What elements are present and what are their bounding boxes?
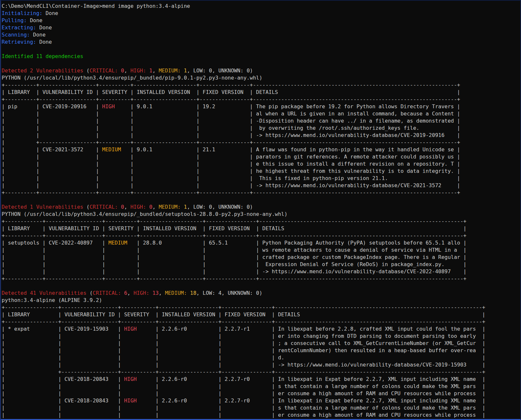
blank-line [2,282,520,290]
blank-line [2,196,520,203]
scan-target-line: PYTHON (/usr/local/lib/python3.4/ensurep… [2,211,520,218]
table-row-line: | | | | | | al when a URL is given in an… [2,110,520,117]
command-line: C:\Demo\MendCLI\Container-Image>mend ima… [2,3,520,10]
vulnerability-summary-line: Detected 2 Vulnerabilities (CRITICAL: 0,… [2,67,520,74]
table-header-row: | LIBRARY | VULNERABILITY ID | SEVERITY … [2,225,520,232]
table-row-line: | pip | CVE-2019-20916 | HIGH | 9.0.1 | … [2,103,520,110]
vulnerability-summary-line: Detected 1 Vulnerabilities (CRITICAL: 0,… [2,203,520,211]
scan-target-line: python:3.4-alpine (ALPINE 3.9.2) [2,297,520,304]
table-row-line: | | | | | | -> https://www.mend.io/vulne… [2,132,520,139]
table-header-row: | LIBRARY | VULNERABILITY ID | SEVERITY … [2,89,520,96]
table-row-separator: | +------------------+-----------+------… [2,368,520,376]
table-row-line: | | | | | | by overwriting the /root/.ss… [2,125,520,132]
table-row-line: | | | | | | -> https://www.mend.io/vulne… [2,182,520,189]
table-row-line: | | | | | | rentColumnNumber) then resul… [2,347,520,354]
status-line: Extracting: Done [2,24,520,31]
table-border: +----------+------------------+---------… [2,96,520,103]
table-border: +------------+------------------+-------… [2,218,520,225]
table-border: +----------+------------------+---------… [2,189,520,196]
table-row-line: | | CVE-2018-20843 | HIGH | 2.2.6-r0 | 2… [2,376,520,383]
terminal-window[interactable]: C:\Demo\MendCLI\Container-Image>mend ima… [0,0,521,420]
table-border: +------------+------------------+-------… [2,232,520,239]
table-row-line: | | | | | | This is fixed in python-pip … [2,175,520,182]
table-row-line: | | | | | | -Disposition header can have… [2,117,520,125]
table-row-line: | | | | | | -> https://www.mend.io/vulne… [2,268,520,275]
table-border: +----------+------------------+---------… [2,82,520,89]
table-row-line: | | | | | | crafted package or custom Pa… [2,254,520,261]
status-line: Initializing: Done [2,10,520,17]
table-row-line: | | | | | | er into changing from DTD pa… [2,333,520,340]
table-row-line: | | | | | | s that contain a large numbe… [2,404,520,412]
dependencies-line: Identified 11 dependencies [2,53,520,60]
status-line: Retrieving: Done [2,38,520,46]
table-row-line: | setuptools | CVE-2022-40897 | MEDIUM |… [2,239,520,247]
terminal-output: C:\Demo\MendCLI\Container-Image>mend ima… [2,3,520,419]
table-border: +------------+------------------+-------… [2,275,520,282]
table-row-line: | | CVE-2018-20843 | HIGH | 2.2.6-r0 | 2… [2,397,520,404]
table-row-line: | | | | | | d. | [2,354,520,361]
table-row-line: | | | | | | parators in git references. … [2,153,520,160]
table-row-line: | | | | | | er consume a high amount of … [2,390,520,397]
table-border: +-----------------+------------------+--… [2,304,520,311]
table-header-row: | LIBRARY | VULNERABILITY ID | SEVERITY … [2,311,520,318]
status-line: Pulling: Done [2,17,520,24]
table-row-line: | | | | | | ; a consecutive call to XML_… [2,340,520,347]
scan-target-line: PYTHON (/usr/local/lib/python3.4/ensurep… [2,74,520,82]
table-border: +-----------------+------------------+--… [2,318,520,325]
table-row-line: | | CVE-2021-3572 | MEDIUM | 9.0.1 | 21.… [2,146,520,153]
table-row-line: | | | | | | -> https://www.mend.io/vulne… [2,361,520,368]
table-row-line: | * expat | CVE-2019-15903 | HIGH | 2.2.… [2,325,520,333]
blank-line [2,46,520,53]
table-row-line: | | | | | | er consume a high amount of … [2,412,520,419]
table-row-line: | | | | | | he highest threat from this … [2,168,520,175]
table-row-line: | | | | | | ws remote attackers to cause… [2,247,520,254]
table-row-separator: | +------------------+----------+-------… [2,139,520,146]
table-row-line: | | | | | | s that contain a large numbe… [2,383,520,390]
vulnerability-summary-line: Detected 41 Vulnerabilities (CRITICAL: 6… [2,290,520,297]
table-row-line: | | | | | | e this issue to install a di… [2,160,520,168]
blank-line [2,60,520,67]
status-line: Scanning: Done [2,31,520,38]
table-row-line: | | | | | | Expression Denial of Service… [2,261,520,268]
